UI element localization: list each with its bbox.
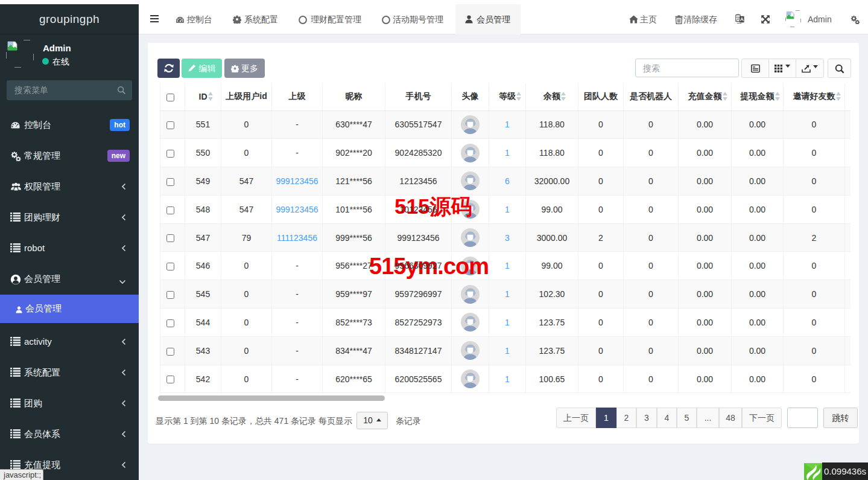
svg-text:A: A (740, 16, 744, 22)
